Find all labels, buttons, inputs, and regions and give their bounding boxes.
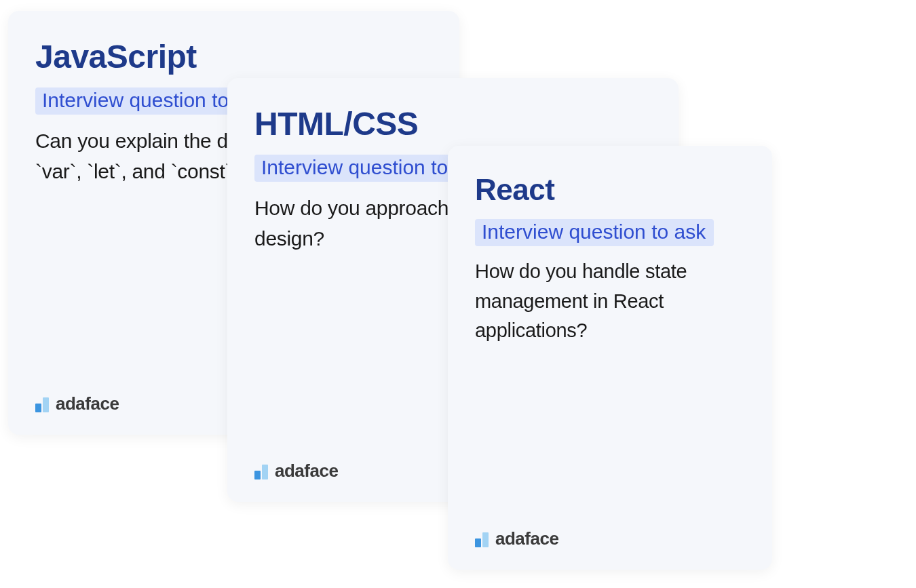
- adaface-logo-icon: [35, 396, 49, 412]
- brand-name: adaface: [56, 393, 119, 414]
- brand-name: adaface: [275, 460, 338, 482]
- card-footer: adaface: [475, 528, 745, 549]
- brand-name: adaface: [495, 528, 558, 549]
- card-question: How do you handle state management in Re…: [475, 257, 745, 346]
- card-label: Interview question to ask: [475, 219, 714, 246]
- interview-card-react: React Interview question to ask How do y…: [448, 146, 772, 570]
- card-title: JavaScript: [35, 38, 432, 75]
- adaface-logo-icon: [475, 531, 489, 547]
- adaface-logo-icon: [254, 463, 268, 479]
- card-title: HTML/CSS: [254, 105, 651, 142]
- card-title: React: [475, 173, 745, 207]
